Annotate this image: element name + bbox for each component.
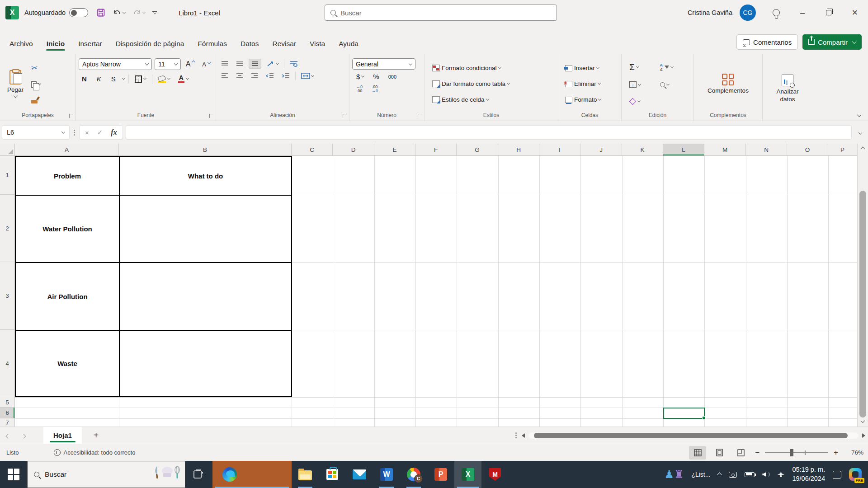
column-header-a[interactable]: A: [15, 144, 119, 155]
hscroll-left-arrow[interactable]: [522, 433, 525, 438]
column-header-j[interactable]: J: [580, 144, 622, 155]
fill-button[interactable]: ↓: [627, 80, 658, 89]
restore-button[interactable]: [816, 0, 842, 25]
taskbar-mcafee-button[interactable]: M: [481, 461, 509, 488]
column-header-f[interactable]: F: [415, 144, 457, 155]
font-color-button[interactable]: A: [176, 73, 191, 84]
cell-A3[interactable]: Air Pollution: [16, 263, 119, 330]
column-header-c[interactable]: C: [292, 144, 333, 155]
quick-access-toolbar-menu[interactable]: [149, 8, 160, 17]
insert-cells-button[interactable]: Insertar: [563, 63, 618, 73]
close-button[interactable]: ×: [842, 0, 868, 25]
align-center-button[interactable]: [234, 71, 245, 80]
page-layout-view-button[interactable]: [711, 446, 728, 460]
column-header-i[interactable]: I: [539, 144, 580, 155]
horizontal-scrollbar-thumb[interactable]: [534, 433, 848, 438]
vertical-scrollbar[interactable]: [857, 144, 868, 427]
column-header-p[interactable]: P: [828, 144, 857, 155]
align-middle-button[interactable]: [234, 59, 245, 68]
undo-button[interactable]: [109, 6, 129, 19]
taskbar-store-button[interactable]: [319, 461, 346, 488]
tab-inicio[interactable]: Inicio: [40, 35, 71, 54]
number-dialog-launcher[interactable]: [418, 114, 422, 118]
row-header-7[interactable]: 7: [0, 418, 15, 427]
add-sheet-button[interactable]: +: [82, 430, 111, 441]
battery-icon[interactable]: [745, 472, 755, 477]
orientation-button[interactable]: [264, 59, 281, 69]
name-box[interactable]: L6: [2, 125, 70, 140]
select-all-corner[interactable]: [0, 144, 15, 155]
underline-dropdown[interactable]: [122, 77, 125, 80]
hscroll-right-arrow[interactable]: [862, 433, 865, 438]
tell-me-button[interactable]: [763, 0, 789, 25]
grow-font-button[interactable]: A: [184, 59, 198, 70]
name-box-resizer[interactable]: [72, 130, 76, 136]
vertical-scrollbar-thumb[interactable]: [859, 191, 866, 418]
column-header-e[interactable]: E: [374, 144, 415, 155]
copilot-button[interactable]: PRE: [849, 468, 862, 481]
decrease-decimal-button[interactable]: .00→0: [369, 84, 380, 94]
hidden-icons-chevron[interactable]: [718, 473, 721, 476]
taskbar-word-button[interactable]: W: [373, 461, 400, 488]
percent-button[interactable]: %: [371, 71, 381, 82]
autosum-button[interactable]: Σ: [627, 61, 658, 73]
task-view-button[interactable]: [185, 461, 212, 488]
tab-ayuda[interactable]: Ayuda: [332, 35, 365, 54]
accessibility-status[interactable]: Accesibilidad: todo correcto: [54, 449, 135, 456]
zoom-in-button[interactable]: +: [833, 448, 839, 457]
zoom-level[interactable]: 76%: [844, 449, 863, 456]
selected-cell-L6[interactable]: [663, 408, 705, 419]
clear-button[interactable]: [627, 97, 658, 106]
scroll-up-arrow[interactable]: [861, 147, 865, 151]
next-sheet-button[interactable]: [16, 432, 32, 440]
notification-center-button[interactable]: [833, 471, 841, 479]
tab-disposicion[interactable]: Disposición de página: [109, 35, 191, 54]
tab-datos[interactable]: Datos: [234, 35, 266, 54]
row-header-5[interactable]: 5: [0, 397, 15, 408]
sheet-options-menu[interactable]: [514, 432, 518, 438]
tab-insertar[interactable]: Insertar: [71, 35, 109, 54]
zoom-slider[interactable]: [765, 452, 828, 453]
cell-A1[interactable]: Problem: [16, 157, 119, 195]
column-header-g[interactable]: G: [457, 144, 498, 155]
row-header-6[interactable]: 6: [0, 408, 15, 418]
insert-function-button[interactable]: fx: [107, 127, 120, 137]
format-cells-button[interactable]: Formato: [563, 95, 618, 104]
game-promo-icon[interactable]: ♟♜: [664, 469, 684, 480]
volume-icon[interactable]: [762, 472, 769, 477]
increase-decimal-button[interactable]: ←0.00: [354, 84, 365, 94]
find-select-button[interactable]: [658, 81, 689, 89]
save-button[interactable]: [93, 5, 109, 20]
game-promo-text[interactable]: ¿List...: [691, 471, 710, 478]
format-as-table-button[interactable]: Dar formato como tabla: [430, 79, 555, 89]
taskbar-chrome-button[interactable]: [400, 461, 427, 488]
font-size-select[interactable]: 11: [155, 58, 181, 70]
page-break-view-button[interactable]: [732, 446, 750, 460]
row-header-4[interactable]: 4: [0, 330, 15, 397]
tab-vista[interactable]: Vista: [303, 35, 332, 54]
airplane-mode-icon[interactable]: [777, 471, 784, 478]
column-header-n[interactable]: N: [746, 144, 787, 155]
comments-button[interactable]: Comentarios: [736, 34, 798, 50]
taskbar-search-box[interactable]: Buscar: [27, 461, 185, 488]
cut-button[interactable]: ✂: [29, 63, 43, 73]
collapse-ribbon-button[interactable]: [857, 113, 862, 117]
number-format-select[interactable]: General: [352, 58, 415, 70]
paste-button[interactable]: Pegar: [3, 57, 28, 111]
tab-revisar[interactable]: Revisar: [266, 35, 303, 54]
row-header-1[interactable]: 1: [0, 156, 15, 195]
column-header-k[interactable]: K: [622, 144, 663, 155]
decrease-indent-button[interactable]: [264, 71, 276, 80]
analyze-data-button[interactable]: Analizar datos: [767, 57, 808, 121]
shrink-font-button[interactable]: A: [200, 60, 213, 69]
normal-view-button[interactable]: [689, 446, 706, 460]
screen-cast-icon[interactable]: [729, 472, 737, 478]
sort-filter-button[interactable]: AZ: [658, 62, 689, 73]
scroll-down-arrow[interactable]: [861, 418, 865, 423]
taskbar-edge-button[interactable]: [212, 461, 292, 488]
merge-center-button[interactable]: [299, 71, 316, 81]
italic-button[interactable]: K: [94, 74, 104, 84]
tab-archivo[interactable]: Archivo: [3, 35, 40, 54]
align-right-button[interactable]: [249, 71, 260, 80]
formula-input[interactable]: [126, 125, 852, 140]
